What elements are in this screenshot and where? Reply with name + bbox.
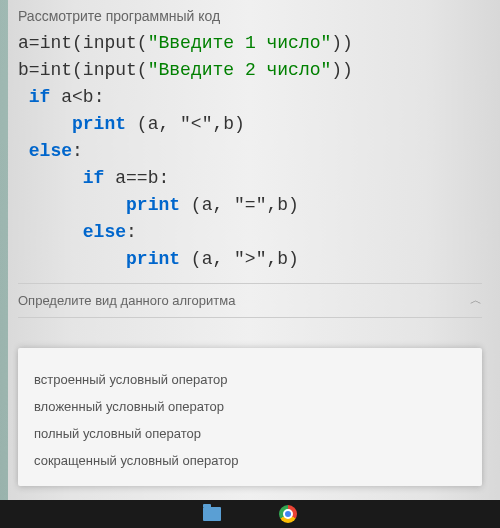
code-text: )): [331, 60, 353, 80]
code-text: :: [72, 141, 83, 161]
code-text: "Введите 2 число": [148, 60, 332, 80]
code-text: print: [126, 249, 180, 269]
code-text: a<b:: [50, 87, 104, 107]
code-text: input: [83, 33, 137, 53]
option-item[interactable]: сокращенный условный оператор: [34, 447, 466, 474]
option-item[interactable]: полный условный оператор: [34, 420, 466, 447]
folder-icon[interactable]: [202, 504, 222, 524]
code-text: print: [126, 195, 180, 215]
code-text: =: [29, 60, 40, 80]
code-text: b: [18, 60, 29, 80]
question-subtitle: Определите вид данного алгоритма: [18, 293, 235, 308]
code-text: if: [29, 87, 51, 107]
code-text: if: [83, 168, 105, 188]
option-item[interactable]: вложенный условный оператор: [34, 393, 466, 420]
code-text: (: [72, 33, 83, 53]
code-text: print: [72, 114, 126, 134]
code-text: (: [72, 60, 83, 80]
code-text: input: [83, 60, 137, 80]
code-text: else: [29, 141, 72, 161]
code-text: (a, "<",b): [126, 114, 245, 134]
main-content: Рассмотрите программный код a=int(input(…: [0, 0, 500, 486]
code-text: int: [40, 60, 72, 80]
question-subtitle-row[interactable]: Определите вид данного алгоритма ︿: [18, 283, 482, 318]
code-text: a: [18, 33, 29, 53]
code-text: (a, "=",b): [180, 195, 299, 215]
question-title: Рассмотрите программный код: [18, 8, 482, 24]
code-text: =: [29, 33, 40, 53]
chevron-up-icon: ︿: [470, 292, 482, 309]
code-block: a=int(input("Введите 1 число")) b=int(in…: [18, 30, 482, 273]
code-text: else: [83, 222, 126, 242]
code-text: :: [126, 222, 137, 242]
code-text: (: [137, 33, 148, 53]
app-icon[interactable]: [240, 504, 260, 524]
options-panel: встроенный условный оператор вложенный у…: [18, 348, 482, 486]
code-text: "Введите 1 число": [148, 33, 332, 53]
code-text: int: [40, 33, 72, 53]
code-text: (a, ">",b): [180, 249, 299, 269]
option-item[interactable]: встроенный условный оператор: [34, 366, 466, 393]
code-text: )): [331, 33, 353, 53]
chrome-icon[interactable]: [278, 504, 298, 524]
code-text: a==b:: [104, 168, 169, 188]
taskbar: [0, 500, 500, 528]
code-text: (: [137, 60, 148, 80]
